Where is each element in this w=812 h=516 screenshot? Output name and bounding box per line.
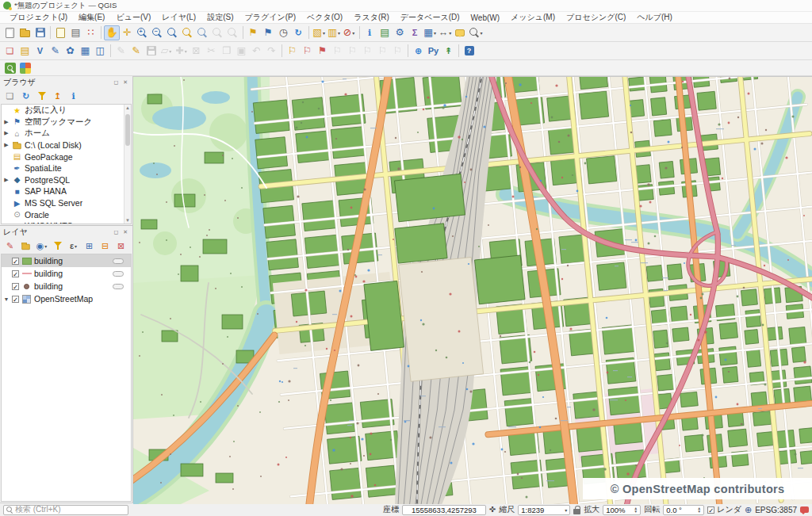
pan-to-selection[interactable]: ✛ (120, 25, 135, 40)
zoom-full-extent[interactable] (165, 25, 180, 40)
panel-window-controls[interactable]: ◻ ✕ (113, 79, 129, 86)
browser-item-postgresql[interactable]: ▶ ◆PostgreSQL (2, 174, 131, 186)
processing-toolbox[interactable]: ⚙ (393, 25, 408, 40)
layer-openstreetmap[interactable]: ▼ ✓ OpenStreetMap (2, 292, 131, 305)
layer-diagram[interactable]: ⚐ (300, 44, 315, 59)
show-spatial-bookmarks[interactable]: ⚑ (261, 25, 276, 40)
quickosm[interactable] (17, 60, 33, 75)
browser-item-favorites[interactable]: ★お気に入り (2, 105, 131, 117)
browser-item-spatialite[interactable]: ✒SpatiaLite (2, 162, 131, 174)
browser-scrollbar[interactable]: ▲ ▼ (124, 105, 131, 224)
filter-by-expression[interactable]: ε▾ (67, 239, 80, 253)
zoom-to-layer[interactable] (195, 25, 210, 40)
remove-layer[interactable]: ⊠ (114, 239, 128, 253)
layer-building-point[interactable]: ✓ building (2, 280, 131, 292)
openstreetmap-rendering[interactable] (133, 77, 812, 504)
deselect-features[interactable]: ⊘▾ (342, 25, 357, 40)
browser-item-home[interactable]: ▶ ⌂ホーム (2, 128, 131, 140)
coordinate-input[interactable]: 15558633,4257293 (402, 505, 486, 515)
magnifier-input[interactable]: 100%▲▼ (603, 505, 641, 515)
new-print-layout[interactable] (53, 25, 68, 40)
layer-visibility-checkbox[interactable]: ✓ (12, 270, 19, 277)
expand-arrow-icon[interactable]: ▶ (3, 177, 10, 183)
pan-map[interactable]: ✋ (104, 25, 120, 40)
metasearch[interactable]: ⊕ (411, 44, 426, 59)
python-console[interactable]: Py (426, 44, 441, 59)
menu-item-3[interactable]: レイヤ(L) (156, 12, 201, 23)
select-by-form[interactable]: ▥▾ (327, 25, 342, 40)
layer-visibility-checkbox[interactable]: ✓ (12, 258, 19, 265)
add-database-layer[interactable]: ✿ (63, 44, 78, 59)
expand-arrow-icon[interactable]: ▶ (3, 130, 10, 136)
menu-item-11[interactable]: プロセシング(C) (561, 12, 631, 23)
style-manager[interactable]: ∷ (83, 25, 98, 40)
menu-item-9[interactable]: Web(W) (465, 12, 505, 23)
zoom-out[interactable]: − (150, 25, 165, 40)
toggle-editing[interactable]: ✎ (128, 44, 144, 59)
properties-widget[interactable]: ℹ (67, 90, 80, 103)
map-canvas[interactable]: © OpenStreetMap contributors (133, 76, 812, 503)
expand-arrow-icon[interactable]: ▶ (3, 119, 10, 125)
layer-indicator-badge[interactable] (113, 258, 124, 264)
save-project[interactable] (33, 25, 48, 40)
data-source-manager[interactable]: ❏ (2, 44, 17, 59)
refresh-browser[interactable]: ↻ (19, 90, 33, 103)
layer-visibility-checkbox[interactable]: ✓ (12, 283, 19, 290)
filter-legend[interactable] (51, 239, 64, 253)
zoom-in[interactable]: + (135, 25, 150, 40)
browser-item-wms-wmts[interactable]: ⊕WMS/WMTS (2, 220, 131, 224)
menu-item-0[interactable]: プロジェクト(J) (4, 12, 73, 23)
expand-all[interactable]: ⊞ (82, 239, 96, 253)
panel-window-controls[interactable]: ◻ ✕ (113, 229, 129, 235)
browser-item-oracle[interactable]: ⊙Oracle (2, 208, 131, 220)
menu-item-8[interactable]: データベース(D) (395, 12, 465, 23)
browser-item-sap-hana[interactable]: ■SAP HANA (2, 185, 131, 197)
browser-item-spatial-bookmarks[interactable]: ▶ ⚑空間ブックマーク (2, 117, 131, 128)
new-project[interactable] (2, 25, 17, 40)
layer-building-line[interactable]: ✓ building (2, 267, 131, 280)
menu-item-12[interactable]: ヘルプ(H) (631, 12, 678, 23)
new-geopackage-layer[interactable]: ▤ (17, 44, 33, 59)
layer-visibility-checkbox[interactable]: ✓ (12, 296, 19, 303)
add-selected-layer[interactable]: ❏ (3, 90, 17, 103)
menu-item-2[interactable]: ビュー(V) (110, 12, 156, 23)
rotation-input[interactable]: 0.0 °▲▼ (663, 505, 704, 515)
quickmap-services[interactable] (2, 60, 17, 75)
temporal-controller[interactable]: ◷ (276, 25, 291, 40)
extents-toggle-icon[interactable]: ✜ (489, 506, 496, 514)
expand-arrow-icon[interactable]: ▼ (3, 296, 10, 302)
message-log-icon[interactable] (800, 506, 809, 513)
crs-globe-icon[interactable]: ⊕ (745, 505, 752, 515)
menu-item-4[interactable]: 設定(S) (201, 12, 239, 23)
scale-lock-icon[interactable] (573, 509, 580, 514)
map-tips[interactable] (453, 25, 468, 40)
collapse-all-layers[interactable]: ⊟ (98, 239, 112, 253)
layer-labeling[interactable]: ⚐ (285, 44, 300, 59)
menu-item-7[interactable]: ラスタ(R) (348, 12, 395, 23)
feature-actions[interactable]: ▤ (377, 25, 393, 40)
add-group[interactable] (19, 239, 33, 253)
help-contents[interactable] (462, 44, 477, 59)
add-vector-layer[interactable]: V (33, 44, 48, 59)
crs-status[interactable]: EPSG:3857 (755, 506, 797, 514)
layer-indicator-badge[interactable] (113, 271, 124, 277)
layer-building-polygon[interactable]: ✓ building (2, 254, 131, 267)
locator-search-input[interactable]: 検索 (Ctrl+K) (3, 505, 128, 515)
pin-labels[interactable]: ⚑ (315, 44, 330, 59)
new-shapefile-layer[interactable]: ✎ (48, 44, 63, 59)
add-raster-layer[interactable]: ▦ (78, 44, 93, 59)
menu-item-10[interactable]: メッシュ(M) (505, 12, 561, 23)
measure[interactable]: ↔▾ (438, 25, 453, 40)
add-mesh-layer[interactable]: ◫ (93, 44, 108, 59)
menu-item-5[interactable]: プラグイン(P) (239, 12, 302, 23)
expand-arrow-icon[interactable]: ▶ (3, 142, 10, 148)
filter-browser[interactable] (35, 90, 48, 103)
locator-options[interactable]: ▾ (468, 25, 484, 40)
menu-item-6[interactable]: ベクタ(O) (301, 12, 348, 23)
scroll-down-icon[interactable]: ▼ (124, 218, 131, 223)
open-project[interactable] (17, 25, 33, 40)
new-spatial-bookmark[interactable]: ⚑ (246, 25, 261, 40)
collapse-all-browser[interactable]: ↥ (51, 90, 64, 103)
open-layer-styling[interactable]: ✎ (3, 239, 17, 253)
render-checkbox[interactable]: ✓ レンダ (707, 504, 741, 515)
